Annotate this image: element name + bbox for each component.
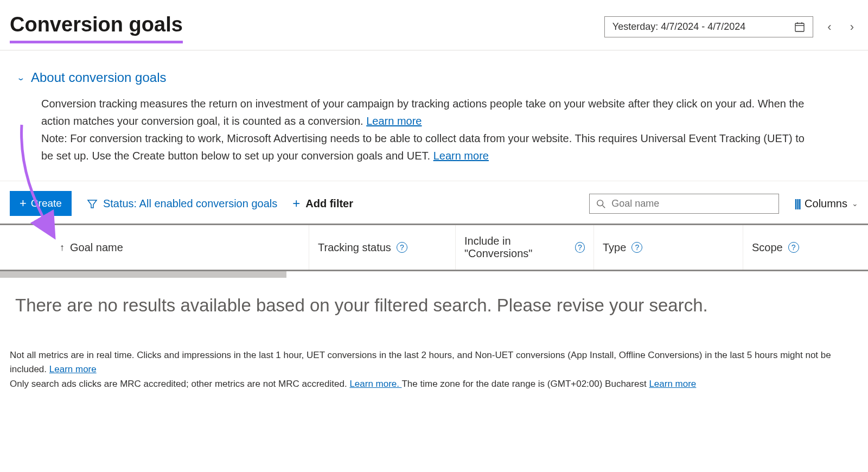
date-next-button[interactable]: › xyxy=(846,18,858,36)
footnote-1-text: Not all metrics are in real time. Clicks… xyxy=(10,350,831,374)
sort-ascending-icon: ↑ xyxy=(60,242,65,253)
footnote-1-link[interactable]: Learn more xyxy=(49,364,97,374)
date-prev-button[interactable]: ‹ xyxy=(823,18,835,36)
date-range-text: Yesterday: 4/7/2024 - 4/7/2024 xyxy=(612,21,746,33)
about-learn-more-2[interactable]: Learn more xyxy=(433,150,489,162)
plus-icon: + xyxy=(292,196,300,211)
footnote-2-link-2[interactable]: Learn more xyxy=(649,379,696,389)
calendar-icon xyxy=(794,21,805,33)
footnotes: Not all metrics are in real time. Clicks… xyxy=(0,333,868,406)
about-text-2: Note: For conversion tracking to work, M… xyxy=(41,132,805,162)
status-filter[interactable]: Status: All enabled conversion goals xyxy=(87,197,277,210)
columns-label: Columns xyxy=(805,197,847,210)
column-scope[interactable]: Scope ? xyxy=(743,225,868,270)
column-label: Goal name xyxy=(70,241,123,254)
footnote-2-text-a: Only search ads clicks are MRC accredite… xyxy=(10,379,349,389)
svg-marker-7 xyxy=(88,200,97,208)
help-icon[interactable]: ? xyxy=(631,242,642,253)
column-label: Scope xyxy=(752,241,783,254)
add-filter-button[interactable]: + Add filter xyxy=(292,196,353,211)
column-label: Type xyxy=(603,241,626,254)
column-goal-name[interactable]: ↑ Goal name xyxy=(0,225,309,270)
column-include-conversions[interactable]: Include in "Conversions" ? xyxy=(456,225,594,270)
table-header-row: ↑ Goal name Tracking status ? Include in… xyxy=(0,225,868,271)
columns-button[interactable]: ||| Columns ⌄ xyxy=(794,197,858,210)
scroll-thumb[interactable] xyxy=(0,271,286,278)
about-text-1: Conversion tracking measures the return … xyxy=(41,98,804,127)
about-body: Conversion tracking measures the return … xyxy=(16,85,808,164)
page-title: Conversion goals xyxy=(10,13,183,43)
search-box[interactable] xyxy=(589,194,779,214)
status-filter-label: Status: All enabled conversion goals xyxy=(103,197,277,210)
svg-point-8 xyxy=(597,200,603,206)
create-button[interactable]: + Create xyxy=(10,191,72,216)
date-range-picker[interactable]: Yesterday: 4/7/2024 - 4/7/2024 xyxy=(604,16,814,37)
about-heading: About conversion goals xyxy=(31,70,167,85)
help-icon[interactable]: ? xyxy=(788,242,799,253)
columns-icon: ||| xyxy=(794,197,800,210)
about-toggle[interactable]: ⌄ About conversion goals xyxy=(16,70,852,85)
filter-icon xyxy=(87,197,98,210)
add-filter-label: Add filter xyxy=(305,197,353,210)
svg-line-9 xyxy=(603,205,605,208)
search-icon xyxy=(596,198,606,209)
column-label: Tracking status xyxy=(318,241,391,254)
column-tracking-status[interactable]: Tracking status ? xyxy=(309,225,456,270)
search-input[interactable] xyxy=(611,198,772,209)
column-type[interactable]: Type ? xyxy=(594,225,743,270)
chevron-down-icon: ⌄ xyxy=(852,199,858,208)
help-icon[interactable]: ? xyxy=(397,242,407,253)
footnote-2-text-b: The time zone for the date range is (GMT… xyxy=(401,379,649,389)
column-label: Include in "Conversions" xyxy=(464,235,570,260)
help-icon[interactable]: ? xyxy=(575,242,585,253)
plus-icon: + xyxy=(20,196,27,211)
empty-results-message: There are no results available based on … xyxy=(0,278,868,333)
footnote-2-link[interactable]: Learn more. xyxy=(349,379,401,389)
svg-rect-0 xyxy=(795,23,804,31)
chevron-down-icon: ⌄ xyxy=(16,73,25,82)
about-learn-more-1[interactable]: Learn more xyxy=(366,115,422,127)
create-label: Create xyxy=(31,197,62,209)
horizontal-scrollbar[interactable] xyxy=(0,271,868,278)
